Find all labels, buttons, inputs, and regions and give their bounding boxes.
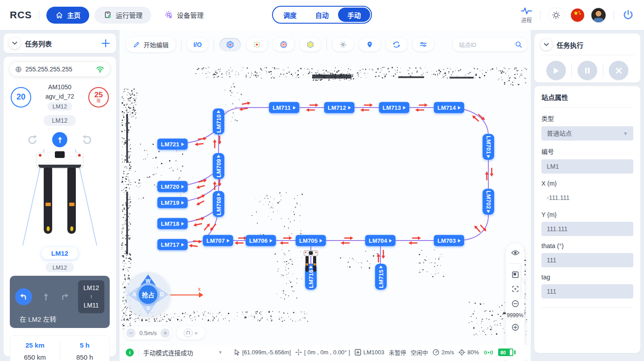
- station-node-lm713[interactable]: LM713: [379, 102, 409, 113]
- map-toolbar: 开始编辑 I/O: [126, 37, 434, 52]
- tag-value-field[interactable]: 111: [541, 284, 633, 299]
- filter-button[interactable]: [413, 38, 434, 51]
- rings-layer-button[interactable]: [273, 38, 294, 51]
- radar-layer-button[interactable]: [332, 38, 354, 51]
- station-node-lm704[interactable]: LM704: [365, 235, 396, 246]
- task-pause-button[interactable]: [578, 61, 597, 80]
- scatter-layer-button[interactable]: [246, 38, 268, 51]
- straight-indicator[interactable]: [41, 292, 51, 302]
- cursor-position-item: [61.099m,-5.656m]: [234, 349, 291, 356]
- station-node-lm711[interactable]: LM711: [269, 102, 299, 113]
- nav-device[interactable]: 设备管理: [156, 7, 212, 24]
- nav-home[interactable]: 主页: [46, 7, 89, 24]
- rotate-right-button[interactable]: [82, 134, 93, 145]
- language-flag-button[interactable]: ★ ★ ★: [571, 8, 584, 22]
- vehicle-ip: 255.255.255.255: [25, 66, 72, 73]
- turn-right-indicator[interactable]: [60, 292, 70, 302]
- hours-today: 5 h: [60, 341, 110, 349]
- task-play-button[interactable]: [546, 61, 566, 80]
- target-station-pill: LM12: [41, 247, 78, 259]
- mode-auto[interactable]: 自动: [306, 8, 338, 22]
- area-layer-button[interactable]: [300, 38, 321, 51]
- vehicle-ip-field[interactable]: 255.255.255.255: [10, 62, 110, 76]
- user-avatar[interactable]: [591, 8, 606, 22]
- collapse-tasklist-button[interactable]: [9, 37, 21, 49]
- station-node-lm719[interactable]: LM719: [157, 197, 188, 208]
- speed-decrease-button[interactable]: −: [126, 328, 136, 338]
- speed-limit-badge: 25限: [88, 87, 109, 108]
- direction-arrows: [343, 237, 351, 245]
- manual-joystick[interactable]: W A D S 抢占: [126, 272, 170, 317]
- station-label: LM717: [161, 241, 179, 248]
- x-value-field[interactable]: -111.111: [541, 191, 633, 205]
- station-node-lm708[interactable]: LM708: [213, 191, 224, 217]
- station-node-lm705[interactable]: LM705: [296, 235, 326, 246]
- station-direction-icon: [293, 106, 296, 109]
- station-node-lm702[interactable]: LM702: [483, 189, 494, 215]
- speed-item: 2m/s: [433, 349, 454, 356]
- pin-button[interactable]: [359, 38, 380, 51]
- station-direction-icon: [227, 239, 230, 242]
- zoom-out-button[interactable]: [512, 300, 519, 307]
- station-node-lm720[interactable]: LM720: [157, 181, 188, 192]
- start-edit-button[interactable]: 开始编辑: [126, 37, 176, 52]
- mode-dispatch[interactable]: 调度: [274, 8, 306, 22]
- station-id-field[interactable]: LM1: [541, 159, 633, 174]
- station-search-input[interactable]: [458, 41, 515, 49]
- divider: [39, 10, 39, 20]
- message-dropdown-caret[interactable]: ▼: [218, 350, 223, 355]
- type-select[interactable]: 普通站点▼: [541, 126, 633, 141]
- station-node-lm718[interactable]: LM718: [157, 218, 188, 229]
- sliders-icon: [419, 41, 427, 49]
- y-value-field[interactable]: 111.111: [541, 222, 633, 236]
- station-label: LM709: [215, 159, 222, 177]
- turn-left-indicator[interactable]: [15, 288, 32, 305]
- refresh-button[interactable]: [386, 38, 407, 51]
- station-node-lm706[interactable]: LM706: [246, 235, 276, 246]
- station-node-lm714[interactable]: LM714: [434, 102, 464, 113]
- rotate-left-button[interactable]: [27, 134, 38, 145]
- tasklist-title: 任务列表: [25, 39, 52, 48]
- search-icon[interactable]: [515, 41, 522, 48]
- station-node-lm715[interactable]: LM715: [375, 264, 387, 290]
- location-pin-icon: [366, 41, 373, 48]
- process-button[interactable]: 进程: [521, 7, 532, 24]
- collapse-exec-button[interactable]: [541, 39, 552, 50]
- station-node-lm709[interactable]: LM709: [213, 153, 224, 179]
- fork-action-button[interactable]: ▶: [177, 326, 205, 340]
- theta-value-field[interactable]: 111: [541, 253, 633, 267]
- station-node-lm707[interactable]: LM707: [203, 235, 233, 246]
- station-node-lm703[interactable]: LM703: [434, 235, 464, 246]
- station-node-lm701[interactable]: LM701: [483, 134, 494, 160]
- minimap-button[interactable]: [512, 271, 519, 278]
- starburst-icon: [253, 41, 261, 49]
- station-node-lm721[interactable]: LM721: [157, 139, 188, 150]
- add-task-button[interactable]: [101, 38, 111, 48]
- theme-brightness-button[interactable]: [549, 8, 564, 23]
- station-direction-icon: [403, 106, 406, 109]
- agv-marker[interactable]: [304, 250, 318, 273]
- station-label: LM708: [215, 197, 222, 215]
- seize-control-button[interactable]: 抢占: [136, 283, 160, 306]
- next-station-pill: LM12: [45, 263, 74, 272]
- station-node-lm710[interactable]: LM710: [213, 108, 224, 134]
- task-cancel-button[interactable]: [609, 61, 628, 80]
- hexagon-target-icon: [226, 41, 234, 49]
- center-focus-button[interactable]: [512, 286, 519, 292]
- map-canvas[interactable]: LM711LM712LM713LM714LM710LM721LM701LM709…: [120, 30, 531, 361]
- io-button[interactable]: I/O: [187, 38, 208, 51]
- speed-increase-button[interactable]: +: [161, 328, 170, 338]
- station-label: LM705: [299, 237, 318, 244]
- power-button[interactable]: [622, 9, 634, 21]
- visibility-button[interactable]: [511, 250, 520, 256]
- station-layer-button[interactable]: [219, 38, 241, 51]
- go-straight-button[interactable]: [52, 132, 67, 147]
- mode-manual[interactable]: 手动: [338, 8, 370, 22]
- nav-operation[interactable]: 运行管理: [95, 7, 151, 24]
- map-area[interactable]: LM711LM712LM713LM714LM710LM721LM701LM709…: [120, 30, 531, 361]
- play-small-icon: ▶: [195, 331, 198, 335]
- station-direction-icon: [458, 106, 461, 109]
- station-node-lm712[interactable]: LM712: [324, 102, 355, 113]
- station-node-lm717[interactable]: LM717: [157, 239, 188, 250]
- zoom-in-button[interactable]: [512, 324, 519, 331]
